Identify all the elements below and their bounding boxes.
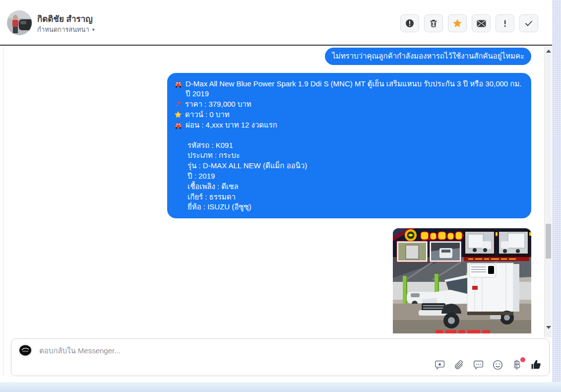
page-background-bottom [0, 382, 561, 392]
message-line-text: ผ่อน : 4,xxx บาท 12 งวดแรก [186, 120, 277, 131]
message-line-text: เชื้อเพลิง : ดีเซล [187, 182, 239, 192]
message-line-text: ปี : 2019 [187, 171, 215, 182]
outgoing-message-car-details: D-Max All New Blue Power Spark 1.9 Ddi S… [167, 73, 531, 219]
message-list: ไม่ทราบว่าคุณลูกค้ากำลังมองหารถไว้ใช้งาน… [4, 47, 544, 333]
chat-scrollbar[interactable] [544, 47, 552, 337]
star-icon [452, 18, 462, 28]
mark-unread-button[interactable] [472, 14, 491, 32]
mark-spam-button[interactable] [496, 14, 514, 32]
page-background-right [552, 0, 561, 392]
conversation-toolbar [400, 14, 538, 32]
conversation-header: กิตติชัย สำราญ กำหนดการสนทนา ▾ [0, 0, 552, 46]
blank-line [174, 131, 524, 140]
emoji-icon [492, 359, 503, 371]
message-line-text: ราคา : 379,000 บาท [185, 99, 251, 110]
notification-dot [520, 357, 525, 362]
attachment-icon [453, 359, 464, 370]
mark-spam-icon [500, 19, 509, 28]
message-line-text: ประเภท : กระบะ [187, 150, 240, 161]
contact-name: กิตติชัย สำราญ [37, 12, 93, 25]
attachment-button[interactable] [453, 359, 465, 371]
pushpin-emoji [174, 100, 182, 108]
contact-avatar [7, 10, 32, 35]
conversation-label-dropdown[interactable]: กำหนดการสนทนา ▾ [37, 24, 95, 35]
page-avatar [18, 343, 32, 357]
scroll-down-arrow[interactable] [546, 326, 551, 329]
report-icon [405, 19, 414, 28]
sticker-icon [434, 359, 445, 371]
message-line-text: D-Max All New Blue Power Spark 1.9 Ddi S… [186, 79, 524, 100]
payment-button[interactable] [511, 359, 523, 371]
composer-actions [434, 359, 542, 371]
sticker-button[interactable] [434, 359, 445, 371]
car-emoji [174, 80, 183, 88]
message-line-text: ดาวน์ : 0 บาท [185, 110, 230, 120]
reply-input[interactable] [39, 344, 357, 356]
message-text: ไม่ทราบว่าคุณลูกค้ากำลังมองหารถไว้ใช้งาน… [332, 52, 524, 60]
like-icon [530, 358, 542, 371]
mark-done-button[interactable] [519, 14, 538, 32]
car-emoji [174, 121, 183, 130]
delete-button[interactable] [424, 14, 443, 32]
page-logo-image [18, 343, 32, 357]
panel-divider [3, 47, 4, 376]
like-button[interactable] [530, 359, 542, 371]
emoji-button[interactable] [492, 359, 503, 371]
message-line-text: รหัสรถ : K091 [187, 140, 233, 151]
star-emoji [174, 111, 182, 119]
saved-replies-icon [473, 359, 484, 371]
chevron-down-icon: ▾ [92, 27, 95, 32]
mark-done-icon [524, 19, 533, 28]
contact-avatar-image [7, 10, 32, 35]
report-button[interactable] [400, 14, 419, 32]
conversation-label: กำหนดการสนทนา [37, 24, 89, 35]
messenger-inbox-window: กิตติชัย สำราญ กำหนดการสนทนา ▾ [0, 0, 561, 392]
photo-attachment-refrigerated-truck[interactable] [393, 228, 531, 333]
saved-replies-button[interactable] [472, 359, 484, 371]
mark-unread-icon [477, 20, 486, 27]
message-line-text: ยี่ห้อ : ISUZU (อีซูซุ) [187, 202, 251, 212]
scroll-up-arrow[interactable] [546, 50, 551, 53]
star-button[interactable] [448, 14, 467, 32]
truck-photo-illustration [393, 228, 531, 333]
scrollbar-thumb[interactable] [546, 224, 551, 259]
delete-icon [429, 19, 438, 28]
reply-composer [11, 338, 550, 376]
message-line-text: รุ่น : D-MAX ALL NEW (ดีแม็ก ออนิว) [187, 161, 307, 171]
message-line-text: เกียร์ : ธรรมดา [187, 192, 236, 202]
outgoing-message: ไม่ทราบว่าคุณลูกค้ากำลังมองหารถไว้ใช้งาน… [325, 48, 531, 65]
